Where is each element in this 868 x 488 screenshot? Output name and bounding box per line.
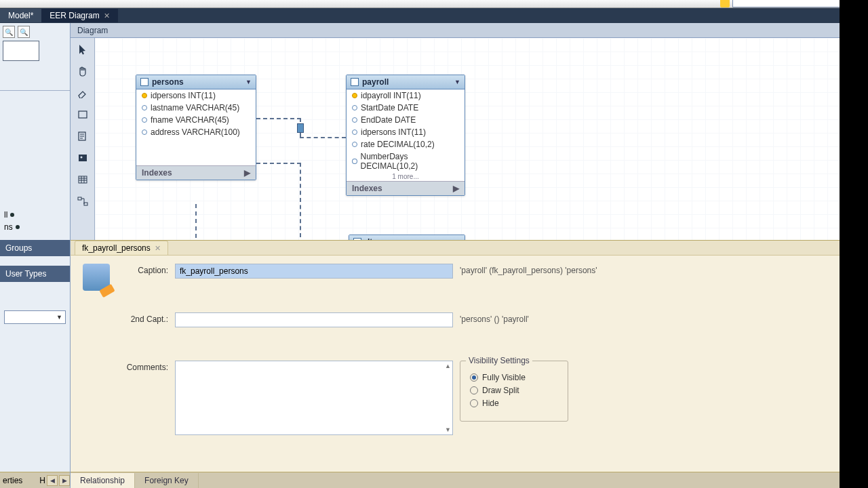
radio-label: Hide — [482, 399, 499, 408]
bullet-icon — [16, 225, 20, 229]
svg-point-3 — [80, 157, 82, 159]
column-label: fname VARCHAR(45) — [151, 115, 229, 125]
tab-relationship[interactable]: Relationship — [71, 473, 135, 488]
image-tool[interactable] — [75, 150, 90, 165]
tab-eer-diagram[interactable]: EER Diagram ✕ — [41, 9, 117, 22]
caption2-info: 'persons' () 'payroll' — [460, 312, 597, 324]
column-label: EndDate DATE — [361, 115, 416, 125]
entity-title: dtr — [365, 237, 451, 240]
tool-palette — [71, 38, 95, 240]
section-header-user-types[interactable]: User Types — [0, 266, 70, 282]
relation-tool[interactable] — [75, 194, 90, 209]
table-icon — [140, 78, 149, 86]
bullet-icon — [10, 213, 14, 217]
column-label: idpersons INT(11) — [361, 127, 426, 137]
props-tab-fk[interactable]: fk_payroll_persons ✕ — [75, 241, 168, 255]
nav-left-icon[interactable]: ◀ — [47, 475, 58, 486]
relation-line[interactable] — [256, 163, 301, 164]
tab-model[interactable]: Model* — [0, 9, 41, 22]
tree-item[interactable]: ns — [1, 221, 68, 233]
relation-line[interactable] — [300, 163, 301, 237]
close-icon[interactable]: ✕ — [155, 244, 161, 253]
column-label: lastname VARCHAR(45) — [151, 103, 239, 113]
column-label: rate DECIMAL(10,2) — [361, 140, 435, 149]
tab-foreign-key[interactable]: Foreign Key — [135, 473, 199, 488]
column-icon — [142, 105, 147, 110]
caption-label: Caption: — [121, 264, 168, 275]
relation-line[interactable] — [300, 137, 346, 138]
column-icon — [352, 129, 357, 135]
expand-down-icon[interactable]: ▼ — [445, 426, 451, 433]
side-tab-h[interactable]: H — [39, 476, 45, 485]
table-icon — [351, 78, 359, 86]
column-icon — [142, 129, 147, 135]
relation-line[interactable] — [195, 204, 197, 238]
entity-persons[interactable]: persons ▼ idpersons INT(11) lastname VAR… — [136, 75, 256, 180]
column-label: StartDate DATE — [361, 103, 418, 113]
search-icon[interactable] — [720, 0, 730, 7]
entity-payroll[interactable]: payroll ▼ idpayroll INT(11) StartDate DA… — [346, 75, 465, 196]
tree-item[interactable]: ll — [1, 209, 68, 221]
entity-title: persons — [152, 77, 242, 87]
diagram-title: Diagram — [77, 26, 108, 35]
file-tab-strip: Model* EER Diagram ✕ — [0, 8, 868, 23]
radio-icon — [470, 399, 478, 407]
radio-draw-split[interactable]: Draw Split — [470, 386, 558, 395]
object-tree: ll ns — [0, 91, 70, 240]
caption2-input[interactable] — [175, 312, 453, 327]
svg-rect-4 — [79, 176, 87, 183]
table-tool[interactable] — [75, 172, 90, 187]
relation-line[interactable] — [256, 118, 301, 119]
radio-fully-visible[interactable]: Fully Visible — [470, 373, 558, 382]
diagram-header: Diagram — [71, 23, 868, 38]
chevron-down-icon: ▼ — [56, 314, 62, 321]
diagram-canvas[interactable]: persons ▼ idpersons INT(11) lastname VAR… — [95, 38, 857, 240]
visibility-settings-group: Visibility Settings Fully Visible Draw S… — [460, 361, 568, 422]
mini-map[interactable] — [3, 41, 39, 61]
chevron-down-icon[interactable]: ▼ — [245, 79, 252, 85]
tab-eer-label: EER Diagram — [50, 11, 99, 20]
eraser-tool[interactable] — [75, 85, 90, 100]
visibility-legend: Visibility Settings — [466, 356, 532, 365]
note-tool[interactable] — [75, 129, 90, 144]
radio-icon — [470, 386, 478, 394]
side-property-tabs: erties H ◀ ▶ — [0, 472, 70, 488]
table-icon — [353, 238, 361, 240]
radio-label: Draw Split — [482, 386, 519, 395]
chevron-down-icon[interactable]: ▼ — [454, 239, 460, 240]
hand-tool[interactable] — [75, 64, 90, 79]
svg-rect-6 — [84, 203, 87, 205]
zoom-out-icon[interactable]: 🔍 — [3, 26, 15, 38]
close-icon[interactable]: ✕ — [104, 12, 110, 20]
nav-right-icon[interactable]: ▶ — [59, 475, 70, 486]
zoom-in-icon[interactable]: 🔍 — [18, 26, 30, 38]
section-header-groups[interactable]: Groups — [0, 240, 70, 256]
relation-handle[interactable] — [297, 123, 304, 133]
chevron-down-icon[interactable]: ▼ — [454, 79, 460, 85]
chevron-right-icon[interactable]: ▶ — [453, 184, 459, 193]
pointer-tool[interactable] — [75, 42, 90, 57]
radio-icon — [470, 373, 478, 382]
relationship-icon — [83, 264, 110, 291]
expand-up-icon[interactable]: ▲ — [445, 363, 451, 369]
side-tab-properties[interactable]: erties — [3, 476, 22, 485]
navigator-panel: 🔍 🔍 ll ns Groups User Types ▼ erties — [0, 23, 71, 488]
column-icon — [352, 117, 357, 123]
pk-icon — [352, 93, 357, 98]
bottom-tab-strip: Relationship Foreign Key — [71, 472, 868, 488]
column-label: idpersons INT(11) — [151, 91, 216, 100]
radio-hide[interactable]: Hide — [470, 399, 558, 408]
chevron-right-icon[interactable]: ▶ — [244, 168, 250, 178]
entity-dtr[interactable]: dtr ▼ — [349, 235, 465, 240]
tab-model-label: Model* — [8, 11, 33, 20]
type-selector[interactable]: ▼ — [4, 310, 66, 324]
pk-icon — [142, 93, 147, 98]
layer-tool[interactable] — [75, 107, 90, 122]
properties-panel: fk_payroll_persons ✕ Caption: 'payroll' … — [71, 240, 868, 488]
svg-rect-0 — [79, 111, 87, 118]
cropped-edge — [840, 0, 868, 488]
comments-textarea[interactable]: ▲ ▼ — [175, 361, 453, 435]
caption-input[interactable] — [175, 264, 453, 279]
more-columns-label[interactable]: 1 more... — [347, 172, 465, 181]
column-icon — [352, 142, 357, 147]
